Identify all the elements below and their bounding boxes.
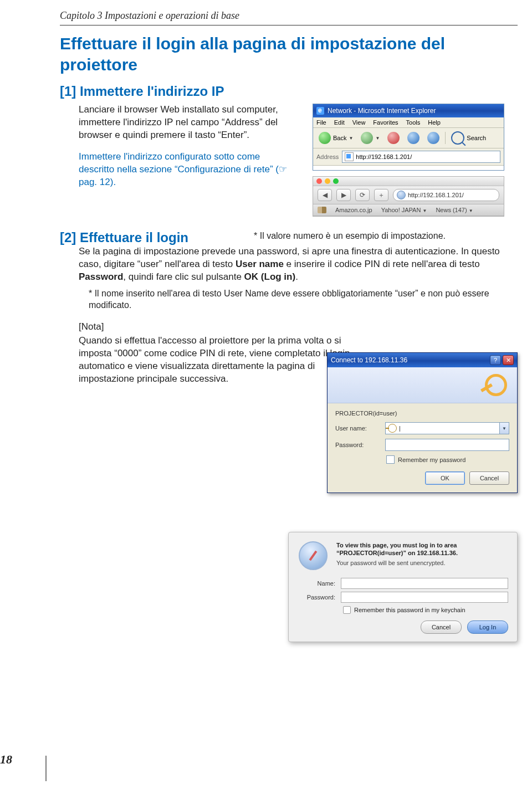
section1-p1: Lanciare il browser Web installato sul c… <box>79 104 298 142</box>
home-button[interactable] <box>425 131 442 145</box>
section2-paragraph: Se la pagina di impostazione prevede una… <box>79 245 518 284</box>
remember-checkbox[interactable] <box>386 455 395 464</box>
zoom-icon[interactable] <box>333 178 339 184</box>
mac-message: To view this page, you must log in to ar… <box>336 541 508 557</box>
password-input[interactable] <box>385 439 509 451</box>
mac-login-button[interactable]: Log In <box>467 620 508 634</box>
password-label: Password: <box>335 442 380 448</box>
close-icon[interactable] <box>316 178 322 184</box>
menu-help[interactable]: Help <box>428 119 441 126</box>
sf-address-input[interactable]: http://192.168.1.201/ <box>393 189 499 201</box>
bookmark-amazon[interactable]: Amazon.co.jp <box>335 207 372 213</box>
username-label: User name: <box>335 425 380 432</box>
user-key-icon <box>388 424 397 433</box>
sf-address-text: http://192.168.1.201/ <box>408 192 464 198</box>
page-number-block: 18 <box>0 752 50 781</box>
mac-auth-dialog: To view this page, you must log in to ar… <box>288 532 518 642</box>
help-button[interactable]: ? <box>490 355 501 365</box>
compass-icon <box>397 191 406 199</box>
ie-titlebar: Network - Microsoft Internet Explorer <box>313 104 504 117</box>
section1-title: [1] Immettere l'indirizzo IP <box>60 84 518 99</box>
sf-reload-button[interactable]: ⟳ <box>355 189 370 201</box>
mac-name-input[interactable] <box>341 578 508 589</box>
cancel-button[interactable]: Cancel <box>469 471 509 485</box>
page-icon <box>345 152 354 161</box>
ie-window: Network - Microsoft Internet Explorer Fi… <box>313 104 504 171</box>
note-label: [Nota] <box>79 321 360 334</box>
close-button[interactable]: ✕ <box>503 355 514 365</box>
ie-title-text: Network - Microsoft Internet Explorer <box>328 107 436 115</box>
mac-name-label: Name: <box>298 580 335 587</box>
sf-forward-button[interactable]: ▶ <box>336 189 351 201</box>
search-button[interactable]: Search <box>449 130 488 146</box>
home-icon <box>427 132 439 144</box>
stop-button[interactable] <box>385 131 402 145</box>
bookmark-yahoo[interactable]: Yahoo! JAPAN ▼ <box>381 207 427 213</box>
menu-tools[interactable]: Tools <box>406 119 421 126</box>
menu-file[interactable]: File <box>316 119 326 126</box>
keys-icon <box>478 373 510 397</box>
mac-password-input[interactable] <box>341 592 508 603</box>
refresh-icon <box>407 132 420 144</box>
note-block: [Nota] Quando si effettua l'accesso al p… <box>79 321 360 386</box>
ie-toolbar: Back▼ ▼ Search <box>313 128 504 148</box>
realm-text: PROJECTOR(id=user) <box>335 410 509 417</box>
section1-p2: Immettere l'indirizzo configurato sotto … <box>79 151 298 189</box>
section2-small-note: * Il nome inserito nell'area di testo Us… <box>89 288 518 311</box>
chevron-down-icon[interactable]: ▼ <box>499 423 509 434</box>
section2-asterisk: * Il valore numero è un esempio di impos… <box>254 231 446 241</box>
safari-app-icon <box>299 541 328 570</box>
menu-edit[interactable]: Edit <box>334 119 345 126</box>
dialog-titlebar: Connect to 192.168.11.36 ? ✕ <box>328 353 517 367</box>
dialog-banner <box>328 367 517 403</box>
safari-titlebar <box>313 177 504 186</box>
address-text: http://192.168.1.201/ <box>356 153 412 160</box>
forward-icon <box>361 132 373 144</box>
menu-view[interactable]: View <box>352 119 366 126</box>
ie-logo-icon <box>316 107 324 115</box>
mac-remember-checkbox[interactable] <box>343 606 351 614</box>
mac-password-label: Password: <box>298 594 335 601</box>
windows-auth-dialog: Connect to 192.168.11.36 ? ✕ PROJECTOR(i… <box>327 352 518 493</box>
address-label: Address <box>316 153 339 160</box>
stop-icon <box>387 132 400 144</box>
safari-toolbar: ◀ ▶ ⟳ ＋ http://192.168.1.201/ <box>313 186 504 204</box>
search-icon <box>451 131 464 145</box>
note-body: Quando si effettua l'accesso al proietto… <box>79 335 350 384</box>
ie-menubar[interactable]: File Edit View Favorites Tools Help <box>313 117 504 128</box>
mac-warning: Your password will be sent unencrypted. <box>336 560 508 566</box>
back-button[interactable]: Back▼ <box>316 131 355 145</box>
sf-back-button[interactable]: ◀ <box>318 189 332 201</box>
chapter-header: Capitolo 3 Impostazioni e operazioni di … <box>60 10 518 25</box>
section2-title: [2] Effettuare il login <box>60 230 188 245</box>
mac-remember-label: Remember this password in my keychain <box>354 607 466 613</box>
back-icon <box>319 132 331 144</box>
forward-button[interactable]: ▼ <box>359 131 382 145</box>
username-input[interactable]: | ▼ <box>385 422 509 434</box>
ie-address-row: Address http://192.168.1.201/ <box>313 148 504 166</box>
bookmarks-icon[interactable] <box>318 207 326 213</box>
minimize-icon[interactable] <box>325 178 330 184</box>
sf-add-button[interactable]: ＋ <box>374 189 388 201</box>
page-number: 18 <box>0 752 12 781</box>
safari-window: ◀ ▶ ⟳ ＋ http://192.168.1.201/ Amazon.co.… <box>313 176 504 217</box>
ok-button[interactable]: OK <box>425 471 465 485</box>
safari-bookmark-bar: Amazon.co.jp Yahoo! JAPAN ▼ News (147) ▼ <box>313 204 504 216</box>
mac-cancel-button[interactable]: Cancel <box>421 620 462 634</box>
address-input[interactable]: http://192.168.1.201/ <box>342 151 500 163</box>
menu-favorites[interactable]: Favorites <box>373 119 398 126</box>
bookmark-news[interactable]: News (147) ▼ <box>436 207 473 213</box>
dialog-title: Connect to 192.168.11.36 <box>331 356 407 364</box>
main-title: Effettuare il login alla pagina di impos… <box>60 33 518 75</box>
refresh-button[interactable] <box>405 131 422 145</box>
remember-label: Remember my password <box>398 457 466 463</box>
